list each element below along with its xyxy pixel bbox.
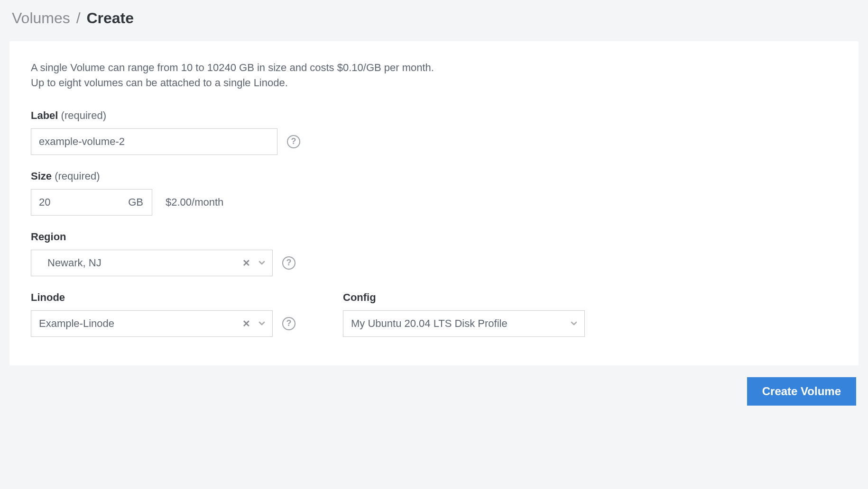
region-title: Region xyxy=(31,231,66,243)
config-value: My Ubuntu 20.04 LTS Disk Profile xyxy=(351,317,569,330)
region-field-label: Region xyxy=(31,231,837,243)
clear-icon[interactable]: ✕ xyxy=(240,255,252,271)
config-title: Config xyxy=(343,291,376,303)
help-icon[interactable]: ? xyxy=(282,256,295,270)
chevron-down-icon[interactable] xyxy=(569,319,579,328)
description-text: A single Volume can range from 10 to 102… xyxy=(31,60,837,91)
breadcrumb-separator: / xyxy=(76,9,81,27)
size-input[interactable] xyxy=(31,190,120,215)
size-unit: GB xyxy=(120,196,152,208)
size-field-label: Size (required) xyxy=(31,170,837,182)
help-icon[interactable]: ? xyxy=(282,317,295,330)
create-volume-card: A single Volume can range from 10 to 102… xyxy=(9,41,859,365)
size-input-wrap: GB xyxy=(31,189,152,216)
description-line-1: A single Volume can range from 10 to 102… xyxy=(31,60,837,75)
chevron-down-icon[interactable] xyxy=(257,319,267,328)
label-field-label: Label (required) xyxy=(31,109,837,122)
label-group: Label (required) ? xyxy=(31,109,837,155)
linode-value: Example-Linode xyxy=(39,317,240,330)
label-title: Label xyxy=(31,109,58,121)
breadcrumb-current: Create xyxy=(86,9,134,27)
linode-config-row: Linode Example-Linode ✕ ? Config xyxy=(31,291,837,337)
linode-field-label: Linode xyxy=(31,291,295,304)
breadcrumb: Volumes / Create xyxy=(9,9,859,27)
size-group: Size (required) GB $2.00/month xyxy=(31,170,837,216)
label-input[interactable] xyxy=(31,128,277,155)
linode-title: Linode xyxy=(31,291,65,303)
description-line-2: Up to eight volumes can be attached to a… xyxy=(31,75,837,91)
chevron-down-icon[interactable] xyxy=(257,258,267,268)
size-required: (required) xyxy=(55,170,100,182)
region-value: Newark, NJ xyxy=(47,257,240,269)
config-group: Config My Ubuntu 20.04 LTS Disk Profile xyxy=(343,291,585,337)
help-icon[interactable]: ? xyxy=(287,135,300,148)
linode-select[interactable]: Example-Linode ✕ xyxy=(31,310,273,337)
region-group: Region Newark, NJ ✕ ? xyxy=(31,231,837,276)
config-select[interactable]: My Ubuntu 20.04 LTS Disk Profile xyxy=(343,310,585,337)
config-field-label: Config xyxy=(343,291,585,304)
size-price: $2.00/month xyxy=(166,196,223,208)
region-select[interactable]: Newark, NJ ✕ xyxy=(31,250,273,276)
linode-group: Linode Example-Linode ✕ ? xyxy=(31,291,295,337)
create-volume-button[interactable]: Create Volume xyxy=(747,377,856,406)
footer-actions: Create Volume xyxy=(9,377,859,406)
clear-icon[interactable]: ✕ xyxy=(240,316,252,331)
breadcrumb-parent[interactable]: Volumes xyxy=(12,9,70,27)
label-required: (required) xyxy=(61,109,106,121)
size-title: Size xyxy=(31,170,52,182)
